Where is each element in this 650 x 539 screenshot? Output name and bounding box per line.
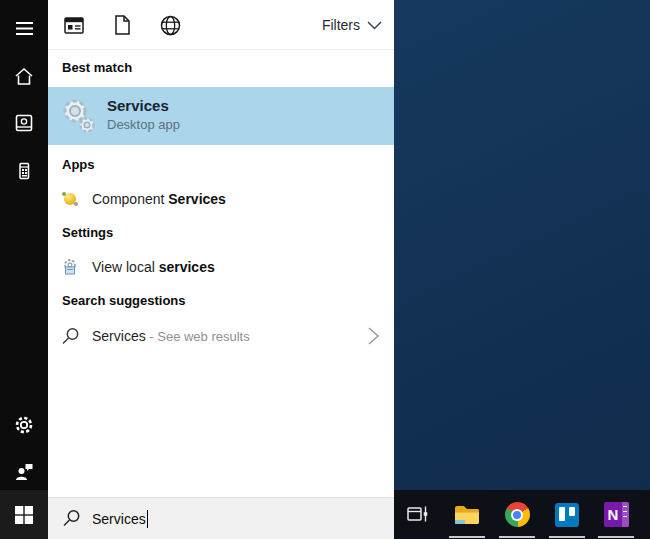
open-app-indicator xyxy=(449,536,485,538)
web-filter-button[interactable] xyxy=(159,14,181,36)
web-filter-icon xyxy=(160,15,181,36)
search-flyout-panel: Filters Best match Services Desktop app … xyxy=(48,0,394,539)
open-app-indicator xyxy=(598,536,634,538)
hamburger-icon xyxy=(16,22,33,35)
filters-dropdown[interactable]: Filters xyxy=(322,0,382,50)
sidebar-item-notebook[interactable] xyxy=(0,103,48,143)
result-text-match: services xyxy=(159,259,215,275)
start-button[interactable] xyxy=(0,490,48,539)
search-icon xyxy=(61,327,80,346)
documents-filter-button[interactable] xyxy=(111,14,133,36)
windows-start-icon xyxy=(15,506,33,524)
result-text-match: Services xyxy=(168,191,226,207)
suggestion-query: Services xyxy=(92,328,146,344)
best-match-title: Services xyxy=(107,96,180,116)
open-app-indicator xyxy=(549,536,585,538)
sidebar-item-settings[interactable] xyxy=(0,405,48,445)
desktop-background xyxy=(394,0,650,490)
text-caret xyxy=(147,510,148,528)
filters-label: Filters xyxy=(322,17,360,33)
onenote-icon: N xyxy=(604,502,629,527)
gear-icon xyxy=(13,414,35,436)
home-icon xyxy=(14,67,34,86)
task-view-button[interactable] xyxy=(394,490,440,539)
best-match-result-services[interactable]: Services Desktop app xyxy=(48,87,394,145)
feedback-icon xyxy=(14,462,34,482)
search-input-value: Services xyxy=(92,511,146,527)
search-input[interactable]: Services xyxy=(48,497,394,539)
best-match-header: Best match xyxy=(62,60,132,75)
result-text-prefix: Component xyxy=(92,191,168,207)
component-services-icon xyxy=(60,189,80,209)
trello-icon xyxy=(555,503,579,527)
file-explorer-icon xyxy=(454,504,480,526)
best-match-subtitle: Desktop app xyxy=(107,116,180,134)
settings-header: Settings xyxy=(62,225,113,240)
result-text-prefix: View local xyxy=(92,259,159,275)
search-filter-bar: Filters xyxy=(48,0,394,50)
taskbar: N xyxy=(394,490,650,539)
search-suggestions-header: Search suggestions xyxy=(62,293,186,308)
chevron-right-icon[interactable] xyxy=(367,326,380,346)
task-view-icon xyxy=(405,502,430,527)
services-gears-icon xyxy=(58,96,98,136)
result-component-services[interactable]: Component Services xyxy=(48,184,394,214)
result-view-local-services[interactable]: View local services xyxy=(48,252,394,282)
result-web-suggestion[interactable]: Services - See web results xyxy=(48,320,394,352)
documents-filter-icon xyxy=(114,15,130,35)
trello-button[interactable] xyxy=(544,490,590,539)
sidebar-item-devices[interactable] xyxy=(0,151,48,191)
apps-filter-button[interactable] xyxy=(63,14,85,36)
chrome-icon xyxy=(505,502,530,527)
suggestion-hint: - See web results xyxy=(146,329,250,344)
onenote-button[interactable]: N xyxy=(593,490,639,539)
devices-icon xyxy=(14,161,34,181)
sidebar-item-home[interactable] xyxy=(0,56,48,96)
file-explorer-button[interactable] xyxy=(444,490,490,539)
sidebar-item-feedback[interactable] xyxy=(0,452,48,492)
local-services-gear-icon xyxy=(61,258,79,276)
chevron-down-icon xyxy=(367,21,382,30)
search-icon xyxy=(62,509,81,528)
open-app-indicator xyxy=(499,536,535,538)
apps-header: Apps xyxy=(62,157,95,172)
chrome-button[interactable] xyxy=(494,490,540,539)
apps-filter-icon xyxy=(64,17,84,34)
hamburger-menu-button[interactable] xyxy=(0,8,48,48)
notebook-icon xyxy=(14,113,34,133)
search-sidebar xyxy=(0,0,48,539)
